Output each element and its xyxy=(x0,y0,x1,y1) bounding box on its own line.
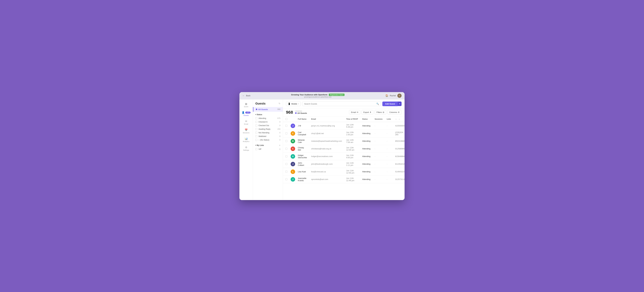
sidebar-item-event[interactable]: ▦ Event xyxy=(240,101,252,109)
filter-checked-in[interactable]: Checked In 0 xyxy=(255,120,280,124)
all-guests-label: All Guests xyxy=(258,108,268,111)
header-lists[interactable]: Lists xyxy=(384,116,393,122)
sidebar-item-email[interactable]: ✉ Email xyxy=(240,118,252,126)
table-row[interactable]: J Jeannette Kravitz spnsrkids@aol.com Ju… xyxy=(283,175,404,183)
status-section-header[interactable]: ▾ Status xyxy=(255,114,280,116)
add-guest-button[interactable]: Add Guest xyxy=(382,101,398,106)
header-status[interactable]: Status xyxy=(360,116,372,122)
awaiting-checkbox[interactable] xyxy=(255,128,257,130)
row-checkbox[interactable] xyxy=(285,140,287,142)
avatar[interactable]: R xyxy=(397,94,402,98)
table-row[interactable]: M Melanie Cain melanie@spearheadmarketin… xyxy=(283,137,404,145)
filter-no-status[interactable]: -- (No Status) 0 xyxy=(255,138,280,142)
blue-dot-icon xyxy=(256,109,257,110)
row-checkbox[interactable] xyxy=(285,155,287,157)
vip-checkbox[interactable] xyxy=(255,148,257,150)
add-guest-dropdown-button[interactable]: ▾ xyxy=(398,101,402,106)
chevron-down-icon: ▾ xyxy=(255,114,256,115)
my-lists-title[interactable]: ▾ My Lists xyxy=(255,144,264,146)
email-btn-icon: ✉ xyxy=(357,111,358,113)
row-checkbox[interactable] xyxy=(285,132,287,134)
vip-list-item[interactable]: VIP 0 xyxy=(253,147,283,151)
row-email: spnsrkids@aol.com xyxy=(309,175,344,183)
checked-out-checkbox[interactable] xyxy=(255,124,257,126)
sidebar-heading: Guests xyxy=(255,102,266,105)
select-all-checkbox[interactable] xyxy=(285,118,287,120)
filter-awaiting-reply[interactable]: Awaiting Reply 293 xyxy=(255,127,280,131)
waitlisted-checkbox[interactable] xyxy=(255,135,257,137)
viewing-value: All Guests xyxy=(295,112,307,114)
row-rsvp-time: Jun 11th 12:46 pm xyxy=(344,175,360,183)
row-checkbox-cell xyxy=(283,122,288,130)
mobile-button[interactable]: 📱 Mobile ▾ xyxy=(286,101,301,106)
table-row[interactable]: C Carl Campbell chcjr1@att.net Jun 12th … xyxy=(283,130,404,137)
header-rsvp-time[interactable]: Time of RSVP xyxy=(344,116,360,122)
filters-button[interactable]: Filters ⊞ xyxy=(374,110,386,114)
sidebar-item-analytics[interactable]: 📊 Analytics xyxy=(240,136,252,144)
add-guest-group: Add Guest ▾ xyxy=(382,101,402,106)
row-extra: 3125731113 xyxy=(393,175,404,183)
table-row[interactable]: H Holger Stenschke holger@avcreatives.co… xyxy=(283,153,404,160)
email-button[interactable]: Email ✉ xyxy=(349,110,360,114)
add-list-button[interactable]: + xyxy=(279,144,280,147)
stats-bar: 968 VIEWING All Guests Email ✉ xyxy=(283,108,404,116)
prev-columns-button[interactable]: ← xyxy=(395,118,397,120)
row-checkbox[interactable] xyxy=(285,148,287,150)
all-guests-filter[interactable]: All Guests 968 xyxy=(253,107,283,112)
row-email: christiana@nalw.org.uk xyxy=(309,145,344,153)
row-checkbox[interactable] xyxy=(285,125,287,127)
row-extra: (228)324-265 xyxy=(393,130,404,137)
not-attending-checkbox[interactable] xyxy=(255,132,257,134)
search-input[interactable] xyxy=(304,103,376,105)
header-email[interactable]: Email xyxy=(309,116,344,122)
row-email: john@twdnewburgh.com xyxy=(309,160,344,168)
refresh-icon[interactable]: ↻ xyxy=(278,102,280,105)
back-button[interactable]: ← xyxy=(242,94,244,97)
settings-icon: ⚙ xyxy=(245,146,247,149)
header-full-name[interactable]: Full Name xyxy=(296,116,309,122)
table-row[interactable]: L Lisa Kast lisa@cinecast.ca Jun 11th 12… xyxy=(283,168,404,175)
filter-checked-out[interactable]: Checked Out 0 xyxy=(255,124,280,127)
no-status-checkbox[interactable] xyxy=(255,139,257,141)
back-label[interactable]: Back xyxy=(246,94,250,97)
guest-avatar: M xyxy=(291,139,295,143)
attending-checkbox[interactable] xyxy=(255,117,257,119)
row-status: Attending xyxy=(360,168,372,175)
row-extra: 8503196863 xyxy=(393,137,404,145)
header-sessions[interactable]: Sessions xyxy=(372,116,385,122)
row-email: chcjr1@att.net xyxy=(309,130,344,137)
filter-not-attending[interactable]: Not Attending 0 xyxy=(255,131,280,135)
export-button[interactable]: Export ⬇ xyxy=(362,110,374,114)
table-row[interactable]: C Christy Mel christiana@nalw.org.uk Jun… xyxy=(283,145,404,153)
guest-avatar: L xyxy=(291,169,295,174)
home-icon[interactable]: 🏠 xyxy=(385,94,388,97)
row-checkbox-cell xyxy=(283,153,288,160)
row-rsvp-time: Jun 12th 5:49 pm xyxy=(344,122,360,130)
table-row[interactable]: J J M jaclyn.m1.martinez@kp.org Jun 12th… xyxy=(283,122,404,130)
row-checkbox[interactable] xyxy=(285,171,287,173)
row-rsvp-time: Jun 11th 1:11 pm xyxy=(344,160,360,168)
row-email: lisa@cinecast.ca xyxy=(309,168,344,175)
row-lists: - xyxy=(384,130,393,137)
row-full-name: Carl Campbell xyxy=(296,130,309,137)
row-checkbox[interactable] xyxy=(285,178,287,180)
filter-waitlisted[interactable]: Waitlisted 0 xyxy=(255,135,280,138)
columns-button[interactable]: Columns ⚙ xyxy=(388,110,402,114)
row-email: holger@avcreatives.com xyxy=(309,153,344,160)
filter-attending[interactable]: Attending 675 xyxy=(255,117,280,120)
main-content: 📱 Mobile ▾ 🔍 Add Guest ▾ 968 xyxy=(283,99,404,200)
row-sessions: - xyxy=(372,153,385,160)
sidebar-item-guests[interactable]: 👤 +675 Guests xyxy=(240,110,252,118)
filters-btn-icon: ⊞ xyxy=(383,111,384,113)
row-rsvp-time: Jun 11th 4:50 pm xyxy=(344,153,360,160)
next-columns-button[interactable]: → xyxy=(398,118,400,120)
row-checkbox[interactable] xyxy=(285,163,287,165)
sidebar-item-sessions[interactable]: 📅 Sessions xyxy=(240,127,252,135)
row-avatar-cell: C xyxy=(288,145,296,153)
row-lists: - xyxy=(384,153,393,160)
table-row[interactable]: J John Colbert john@twdnewburgh.com Jun … xyxy=(283,160,404,168)
checked-in-checkbox[interactable] xyxy=(255,121,257,123)
sidebar-item-settings[interactable]: ⚙ Settings xyxy=(240,144,252,153)
event-status-badge: Registration Open xyxy=(329,94,344,96)
table-nav-arrows: ← → xyxy=(395,118,404,120)
